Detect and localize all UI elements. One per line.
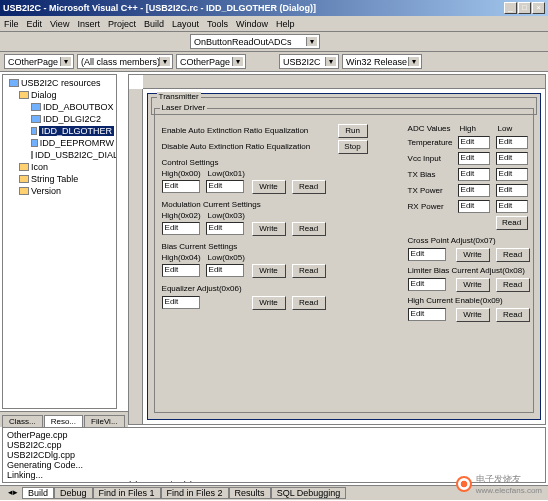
tree-root[interactable]: USB2I2C resources: [5, 77, 114, 89]
menu-window[interactable]: Window: [236, 19, 268, 29]
tab-results[interactable]: Results: [229, 487, 271, 499]
tab-findfiles2[interactable]: Find in Files 2: [161, 487, 229, 499]
ruler-horizontal: [143, 75, 545, 89]
tool-icon[interactable]: [425, 54, 441, 70]
tab-findfiles1[interactable]: Find in Files 1: [93, 487, 161, 499]
tree-eepromrw[interactable]: IDD_EEPROMRW: [5, 137, 114, 149]
edit-temp-high[interactable]: Edit: [458, 136, 490, 149]
read-limiter-button[interactable]: Read: [496, 278, 530, 292]
edit-rxpwr-high[interactable]: Edit: [458, 200, 490, 213]
save-icon[interactable]: [40, 34, 56, 50]
label-rxpower: RX Power: [408, 202, 444, 211]
class-combo[interactable]: COtherPage: [4, 54, 74, 69]
tree-icon-folder[interactable]: Icon: [5, 161, 114, 173]
tab-fileview[interactable]: FileVi...: [84, 415, 125, 427]
write-crosspt-button[interactable]: Write: [456, 248, 490, 262]
tree-dialog-folder[interactable]: Dialog: [5, 89, 114, 101]
undo-icon[interactable]: [146, 34, 162, 50]
edit-low03[interactable]: Edit: [206, 222, 244, 235]
menu-help[interactable]: Help: [276, 19, 295, 29]
tree-string-folder[interactable]: String Table: [5, 173, 114, 185]
build-icon[interactable]: [354, 34, 370, 50]
dialog-preview[interactable]: Transmitter Laser Driver Enable Auto Ext…: [147, 93, 541, 420]
tree-aboutbox[interactable]: IDD_ABOUTBOX: [5, 101, 114, 113]
cut-icon[interactable]: [84, 34, 100, 50]
tab-debug[interactable]: Debug: [54, 487, 93, 499]
tree-dlgi2c2[interactable]: IDD_DLGI2C2: [5, 113, 114, 125]
open-icon[interactable]: [22, 34, 38, 50]
go-icon[interactable]: [408, 34, 424, 50]
read-bias-button[interactable]: Read: [292, 264, 326, 278]
read-crosspt-button[interactable]: Read: [496, 248, 530, 262]
minimize-button[interactable]: _: [504, 2, 517, 14]
new-icon[interactable]: [4, 34, 20, 50]
edit-vcc-high[interactable]: Edit: [458, 152, 490, 165]
tree-version-folder[interactable]: Version: [5, 185, 114, 197]
copy-icon[interactable]: [102, 34, 118, 50]
tab-resourceview[interactable]: Reso...: [44, 415, 83, 427]
menu-layout[interactable]: Layout: [172, 19, 199, 29]
menu-tools[interactable]: Tools: [207, 19, 228, 29]
menu-insert[interactable]: Insert: [77, 19, 100, 29]
edit-low05[interactable]: Edit: [206, 264, 244, 277]
members-combo[interactable]: (All class members): [77, 54, 173, 69]
dialog-editor[interactable]: Transmitter Laser Driver Enable Auto Ext…: [128, 74, 546, 425]
read-mod-button[interactable]: Read: [292, 222, 326, 236]
saveall-icon[interactable]: [58, 34, 74, 50]
menu-project[interactable]: Project: [108, 19, 136, 29]
edit-txpwr-low[interactable]: Edit: [496, 184, 528, 197]
wizard-icon[interactable]: [249, 54, 265, 70]
edit-high04[interactable]: Edit: [162, 264, 200, 277]
read-highcur-button[interactable]: Read: [496, 308, 530, 322]
edit-high02[interactable]: Edit: [162, 222, 200, 235]
label-bias-settings: Bias Current Settings: [162, 242, 238, 251]
find-combo[interactable]: OnButtonReadOutADCs: [190, 34, 320, 49]
edit-txbias-high[interactable]: Edit: [458, 168, 490, 181]
menu-view[interactable]: View: [50, 19, 69, 29]
write-limiter-button[interactable]: Write: [456, 278, 490, 292]
tab-build[interactable]: Build: [22, 487, 54, 499]
workspace-tree[interactable]: USB2I2C resources Dialog IDD_ABOUTBOX ID…: [2, 74, 117, 409]
label-low03: Low(0x03): [208, 211, 245, 220]
edit-temp-low[interactable]: Edit: [496, 136, 528, 149]
read-adc-button[interactable]: Read: [496, 216, 528, 230]
edit-eq[interactable]: Edit: [162, 296, 200, 309]
edit-low01[interactable]: Edit: [206, 180, 244, 193]
redo-icon[interactable]: [164, 34, 180, 50]
tab-classview[interactable]: Class...: [2, 415, 43, 427]
write-bias-button[interactable]: Write: [252, 264, 286, 278]
menu-edit[interactable]: Edit: [27, 19, 43, 29]
edit-txpwr-high[interactable]: Edit: [458, 184, 490, 197]
tab-sql[interactable]: SQL Debugging: [271, 487, 347, 499]
stop-button[interactable]: Stop: [338, 140, 368, 154]
compile-icon[interactable]: [372, 34, 388, 50]
menu-file[interactable]: File: [4, 19, 19, 29]
run-button[interactable]: Run: [338, 124, 368, 138]
edit-limiter[interactable]: Edit: [408, 278, 446, 291]
project-combo[interactable]: USB2I2C: [279, 54, 339, 69]
read-ctrl-button[interactable]: Read: [292, 180, 326, 194]
tool2-icon[interactable]: [444, 54, 460, 70]
edit-crosspt[interactable]: Edit: [408, 248, 446, 261]
write-ctrl-button[interactable]: Write: [252, 180, 286, 194]
write-eq-button[interactable]: Write: [252, 296, 286, 310]
edit-rxpwr-low[interactable]: Edit: [496, 200, 528, 213]
maximize-button[interactable]: □: [518, 2, 531, 14]
tree-usb2i2c-dialog[interactable]: IDD_USB2I2C_DIALOG: [5, 149, 114, 161]
close-button[interactable]: ×: [532, 2, 545, 14]
paste-icon[interactable]: [120, 34, 136, 50]
edit-highcur[interactable]: Edit: [408, 308, 446, 321]
stop-build-icon[interactable]: [390, 34, 406, 50]
config-combo[interactable]: Win32 Release: [342, 54, 422, 69]
edit-vcc-low[interactable]: Edit: [496, 152, 528, 165]
menu-build[interactable]: Build: [144, 19, 164, 29]
write-highcur-button[interactable]: Write: [456, 308, 490, 322]
find-icon[interactable]: [322, 34, 338, 50]
edit-txbias-low[interactable]: Edit: [496, 168, 528, 181]
write-mod-button[interactable]: Write: [252, 222, 286, 236]
label-txbias: TX Bias: [408, 170, 436, 179]
tree-dlgother[interactable]: IDD_DLGOTHER: [5, 125, 114, 137]
class2-combo[interactable]: COtherPage: [176, 54, 246, 69]
edit-high00[interactable]: Edit: [162, 180, 200, 193]
read-eq-button[interactable]: Read: [292, 296, 326, 310]
